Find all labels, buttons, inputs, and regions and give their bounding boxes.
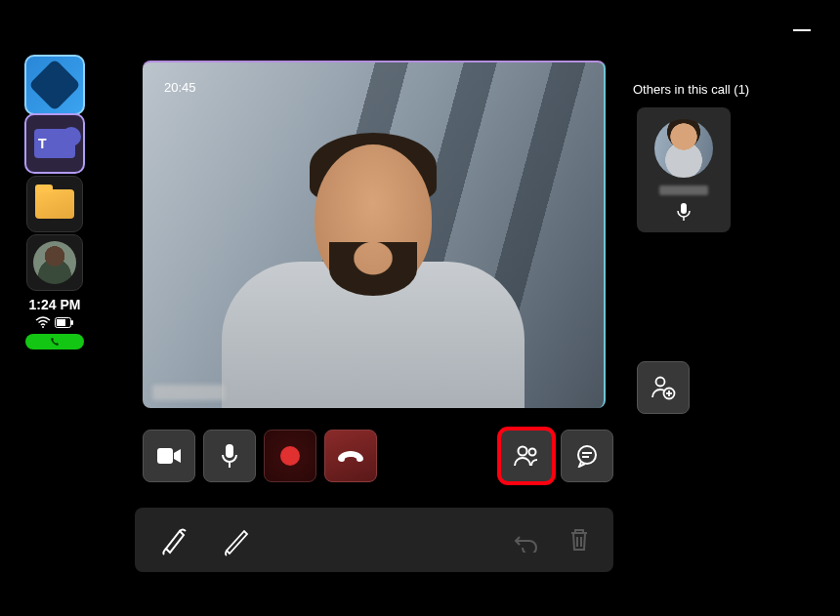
record-icon (280, 446, 300, 466)
people-button[interactable] (500, 430, 553, 482)
teams-letter: T (38, 136, 47, 151)
participant-name-badge (152, 385, 225, 400)
mic-button[interactable] (203, 430, 256, 482)
participant-tile[interactable] (637, 107, 731, 232)
teams-icon: T (34, 129, 75, 158)
svg-point-6 (656, 378, 665, 387)
svg-rect-3 (57, 319, 65, 326)
mic-icon (221, 443, 238, 469)
record-button[interactable] (264, 430, 316, 482)
add-people-button[interactable] (637, 361, 690, 414)
svg-rect-4 (681, 203, 687, 214)
app-sidebar: T 1:24 PM (21, 55, 88, 349)
svg-rect-2 (71, 320, 73, 325)
hangup-icon (336, 449, 365, 463)
status-icons (35, 316, 74, 328)
svg-rect-11 (226, 444, 233, 458)
camera-icon (156, 447, 182, 465)
sidebar-tile-files[interactable] (26, 176, 83, 232)
svg-point-13 (519, 447, 527, 456)
participant-video (207, 115, 539, 408)
main-video[interactable]: 20:45 (143, 61, 606, 408)
svg-point-14 (529, 449, 536, 456)
mic-icon (677, 203, 691, 221)
battery-icon (55, 317, 74, 328)
clock-label: 1:24 PM (21, 297, 88, 312)
participant-name (659, 185, 708, 195)
others-label: Others in this call (1) (633, 82, 749, 97)
participant-avatar (654, 119, 713, 178)
pen-icon[interactable] (221, 523, 254, 556)
marker-icon[interactable] (158, 523, 191, 556)
svg-rect-10 (157, 448, 173, 464)
minimize-button[interactable] (793, 29, 811, 31)
add-person-icon (650, 374, 677, 401)
svg-point-15 (578, 446, 596, 464)
svg-point-0 (42, 326, 44, 328)
pen-tray (135, 508, 613, 572)
trash-icon[interactable] (568, 527, 590, 553)
phone-icon (50, 337, 60, 347)
avatar-icon (33, 241, 76, 284)
call-controls (143, 430, 613, 482)
hangup-button[interactable] (324, 430, 377, 482)
chat-button[interactable] (561, 430, 613, 482)
camera-button[interactable] (143, 430, 195, 482)
copilot-icon (28, 59, 81, 111)
chat-icon (575, 444, 599, 468)
undo-icon[interactable] (514, 527, 539, 553)
people-icon (513, 444, 540, 468)
call-duration: 20:45 (164, 80, 196, 95)
wifi-icon (35, 316, 51, 328)
sidebar-tile-copilot[interactable] (24, 55, 85, 115)
sidebar-tile-contact[interactable] (26, 234, 83, 291)
sidebar-tile-teams[interactable]: T (24, 113, 85, 174)
folder-icon (35, 189, 74, 219)
active-call-pill[interactable] (25, 334, 84, 349)
